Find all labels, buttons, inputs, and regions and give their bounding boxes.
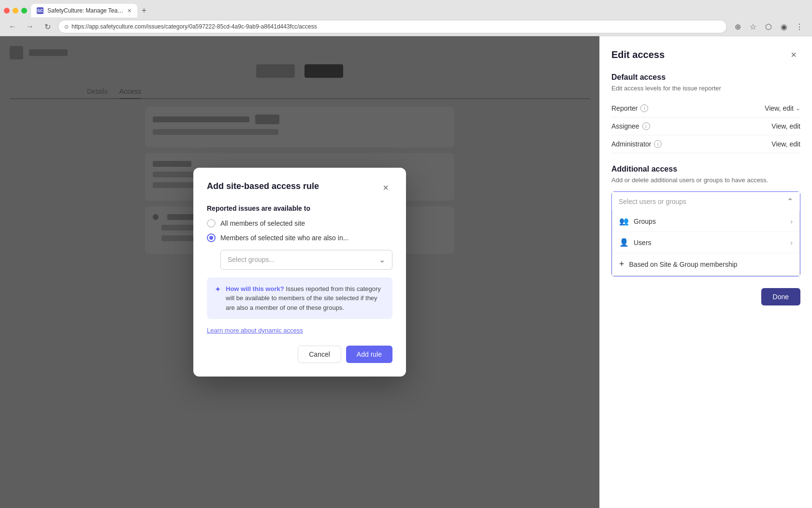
select-arrow-icon: ⌃	[787, 197, 793, 206]
panel-header: Edit access ×	[611, 48, 800, 61]
info-sparkle-icon: ✦	[215, 285, 221, 313]
radio-circle-1	[207, 219, 216, 228]
reporter-value[interactable]: View, edit ⌄	[765, 104, 800, 112]
main-area: Details Access	[0, 36, 812, 508]
modal-header: Add site-based access rule ×	[207, 181, 392, 195]
info-box: ✦ How will this work? Issues reported fr…	[207, 277, 392, 319]
groups-chevron-icon: ›	[790, 218, 793, 225]
add-rule-button[interactable]: Add rule	[346, 346, 392, 363]
site-group-plus-icon: +	[619, 259, 624, 269]
assignee-info-icon[interactable]: i	[642, 122, 650, 130]
traffic-lights	[4, 8, 27, 14]
users-icon: 👤	[619, 238, 629, 247]
address-security-icon: ⊙	[64, 24, 69, 30]
assignee-value[interactable]: View, edit	[771, 122, 800, 130]
toolbar-icons: ⊕ ☆ ⬡ ◉ ⋮	[731, 20, 806, 33]
dropdown-users-label: 👤 Users	[619, 238, 652, 247]
select-header[interactable]: Select users or groups ⌃	[612, 192, 800, 211]
dropdown-groups-label: 👥 Groups	[619, 217, 656, 226]
tab-title: SafetyCulture: Manage Teams and...	[47, 7, 124, 14]
browser-tabs: SC SafetyCulture: Manage Teams and... × …	[0, 0, 812, 17]
reporter-label: Reporter i	[611, 104, 648, 112]
dropdown-list: 👥 Groups › 👤 Users › +	[612, 211, 800, 276]
select-users-groups[interactable]: Select users or groups ⌃ 👥 Groups › 👤	[611, 191, 800, 276]
additional-access-desc: Add or delete additional users or groups…	[611, 176, 800, 184]
refresh-button[interactable]: ↻	[41, 20, 54, 33]
modal-question: Reported issues are available to	[207, 204, 392, 212]
dropdown-groups-item[interactable]: 👥 Groups ›	[612, 211, 799, 232]
assignee-row: Assignee i View, edit	[611, 117, 800, 135]
administrator-row: Administrator i View, edit	[611, 135, 800, 153]
bookmark-icon[interactable]: ☆	[746, 20, 760, 33]
administrator-value[interactable]: View, edit	[771, 140, 800, 148]
administrator-info-icon[interactable]: i	[654, 140, 662, 148]
dropdown-users-item[interactable]: 👤 Users ›	[612, 232, 799, 253]
background-content: Details Access	[0, 36, 599, 508]
administrator-label: Administrator i	[611, 140, 662, 148]
radio-circle-2	[207, 233, 216, 242]
back-button[interactable]: ←	[6, 20, 19, 33]
default-access-title: Default access	[611, 73, 800, 82]
radio-option-2[interactable]: Members of selected site who are also in…	[207, 233, 392, 242]
done-button[interactable]: Done	[761, 288, 800, 305]
traffic-light-green[interactable]	[21, 8, 27, 14]
group-select-placeholder: Select groups...	[228, 256, 275, 263]
radio-option-1[interactable]: All members of selected site	[207, 219, 392, 228]
assignee-label: Assignee i	[611, 122, 650, 130]
learn-more-link[interactable]: Learn more about dynamic access	[207, 327, 392, 334]
traffic-light-red[interactable]	[4, 8, 10, 14]
radio-label-2: Members of selected site who are also in…	[220, 234, 348, 242]
cancel-button[interactable]: Cancel	[298, 346, 341, 363]
modal-overlay: Add site-based access rule × Reported is…	[0, 36, 599, 508]
radio-label-1: All members of selected site	[220, 219, 305, 227]
browser-toolbar: ← → ↻ ⊙ https://app.safetyculture.com/is…	[0, 17, 812, 36]
groups-icon: 👥	[619, 217, 629, 226]
dropdown-site-group-item[interactable]: + Based on Site & Group membership	[612, 253, 799, 276]
address-text: https://app.safetyculture.com/issues/cat…	[72, 23, 721, 30]
forward-button[interactable]: →	[23, 20, 37, 33]
additional-access-section: Additional access Add or delete addition…	[611, 165, 800, 276]
reporter-chevron-icon: ⌄	[796, 105, 800, 112]
info-box-content: How will this work? Issues reported from…	[226, 284, 385, 313]
extensions-icon[interactable]: ⬡	[762, 20, 775, 33]
tab-favicon: SC	[37, 7, 44, 14]
modal-footer: Cancel Add rule	[207, 346, 392, 363]
select-placeholder: Select users or groups	[619, 198, 686, 205]
traffic-light-yellow[interactable]	[13, 8, 18, 14]
radio-group: All members of selected site Members of …	[207, 219, 392, 242]
right-panel: Edit access × Default access Edit access…	[599, 36, 812, 508]
panel-title: Edit access	[611, 49, 665, 60]
zoom-icon[interactable]: ⊕	[731, 20, 744, 33]
panel-close-button[interactable]: ×	[787, 48, 800, 61]
address-bar[interactable]: ⊙ https://app.safetyculture.com/issues/c…	[58, 20, 727, 33]
reporter-row: Reporter i View, edit ⌄	[611, 100, 800, 117]
reporter-info-icon[interactable]: i	[640, 104, 648, 112]
group-select-chevron-icon: ⌄	[379, 255, 385, 264]
profile-icon[interactable]: ◉	[777, 20, 791, 33]
browser-tab-active[interactable]: SC SafetyCulture: Manage Teams and... ×	[31, 4, 137, 17]
users-chevron-icon: ›	[790, 239, 793, 247]
additional-access-title: Additional access	[611, 165, 800, 174]
browser-chrome: SC SafetyCulture: Manage Teams and... × …	[0, 0, 812, 36]
group-select-dropdown[interactable]: Select groups... ⌄	[220, 250, 392, 270]
modal-dialog: Add site-based access rule × Reported is…	[193, 168, 406, 377]
dropdown-site-group-label: + Based on Site & Group membership	[619, 259, 738, 269]
tab-close-icon[interactable]: ×	[128, 7, 131, 15]
modal-title: Add site-based access rule	[207, 181, 319, 191]
modal-close-button[interactable]: ×	[379, 181, 392, 195]
default-access-subtitle: Edit access levels for the issue reporte…	[611, 85, 800, 92]
menu-icon[interactable]: ⋮	[793, 20, 806, 33]
info-box-title: How will this work?	[226, 285, 284, 292]
new-tab-button[interactable]: +	[137, 4, 151, 17]
